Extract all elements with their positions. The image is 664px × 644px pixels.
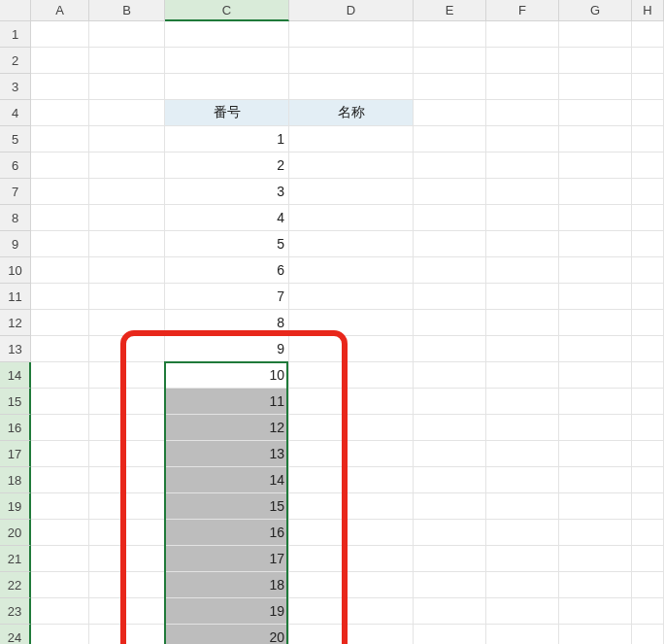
cell-E16[interactable] [414, 415, 486, 441]
cell-D19[interactable] [289, 493, 414, 520]
cell-H19[interactable] [632, 493, 664, 520]
cell-H23[interactable] [632, 598, 664, 625]
cell-H6[interactable] [632, 153, 664, 179]
cell-G21[interactable] [559, 546, 632, 572]
column-header-A[interactable]: A [31, 0, 89, 21]
cell-D8[interactable] [289, 205, 414, 231]
cell-F24[interactable] [486, 625, 559, 644]
cell-G22[interactable] [559, 572, 632, 598]
cell-F3[interactable] [486, 74, 559, 100]
row-header-17[interactable]: 17 [0, 441, 31, 467]
cell-H4[interactable] [632, 100, 664, 126]
cell-C9[interactable]: 5 [165, 231, 289, 257]
cell-D5[interactable] [289, 126, 414, 153]
cell-A1[interactable] [31, 21, 89, 48]
cell-E13[interactable] [414, 336, 486, 362]
row-header-4[interactable]: 4 [0, 100, 31, 126]
row-header-6[interactable]: 6 [0, 153, 31, 179]
cell-D13[interactable] [289, 336, 414, 362]
cell-H16[interactable] [632, 415, 664, 441]
cell-E5[interactable] [414, 126, 486, 153]
cell-F4[interactable] [486, 100, 559, 126]
cell-G18[interactable] [559, 467, 632, 493]
cell-A20[interactable] [31, 520, 89, 546]
cell-E10[interactable] [414, 257, 486, 284]
cell-A2[interactable] [31, 48, 89, 74]
cell-C1[interactable] [165, 21, 289, 48]
cell-C23[interactable]: 19 [165, 598, 289, 625]
cell-A13[interactable] [31, 336, 89, 362]
cell-G8[interactable] [559, 205, 632, 231]
cell-E22[interactable] [414, 572, 486, 598]
cell-A24[interactable] [31, 625, 89, 644]
cell-B11[interactable] [89, 284, 165, 310]
row-header-7[interactable]: 7 [0, 179, 31, 205]
row-header-22[interactable]: 22 [0, 572, 31, 598]
cell-A6[interactable] [31, 153, 89, 179]
cell-B7[interactable] [89, 179, 165, 205]
cell-D24[interactable] [289, 625, 414, 644]
cell-D6[interactable] [289, 153, 414, 179]
cell-H18[interactable] [632, 467, 664, 493]
row-header-10[interactable]: 10 [0, 257, 31, 284]
cell-F6[interactable] [486, 153, 559, 179]
cell-A16[interactable] [31, 415, 89, 441]
cell-D18[interactable] [289, 467, 414, 493]
cell-E15[interactable] [414, 389, 486, 415]
cell-B21[interactable] [89, 546, 165, 572]
cell-F22[interactable] [486, 572, 559, 598]
cell-B12[interactable] [89, 310, 165, 336]
cell-H7[interactable] [632, 179, 664, 205]
cell-E4[interactable] [414, 100, 486, 126]
cell-G19[interactable] [559, 493, 632, 520]
cell-D17[interactable] [289, 441, 414, 467]
cell-A21[interactable] [31, 546, 89, 572]
cell-F2[interactable] [486, 48, 559, 74]
cell-H17[interactable] [632, 441, 664, 467]
cell-H21[interactable] [632, 546, 664, 572]
cell-H5[interactable] [632, 126, 664, 153]
cell-C11[interactable]: 7 [165, 284, 289, 310]
cell-C10[interactable]: 6 [165, 257, 289, 284]
cell-C21[interactable]: 17 [165, 546, 289, 572]
cell-G4[interactable] [559, 100, 632, 126]
cell-F13[interactable] [486, 336, 559, 362]
row-header-3[interactable]: 3 [0, 74, 31, 100]
cell-G12[interactable] [559, 310, 632, 336]
cell-C3[interactable] [165, 74, 289, 100]
cell-A11[interactable] [31, 284, 89, 310]
column-header-C[interactable]: C [165, 0, 289, 21]
row-header-20[interactable]: 20 [0, 520, 31, 546]
cell-F23[interactable] [486, 598, 559, 625]
cell-B15[interactable] [89, 389, 165, 415]
cell-B1[interactable] [89, 21, 165, 48]
cell-F5[interactable] [486, 126, 559, 153]
cell-H20[interactable] [632, 520, 664, 546]
cell-F7[interactable] [486, 179, 559, 205]
cell-F21[interactable] [486, 546, 559, 572]
cell-G3[interactable] [559, 74, 632, 100]
cell-H11[interactable] [632, 284, 664, 310]
column-header-H[interactable]: H [632, 0, 664, 21]
row-header-2[interactable]: 2 [0, 48, 31, 74]
cell-B19[interactable] [89, 493, 165, 520]
cell-B6[interactable] [89, 153, 165, 179]
cell-F18[interactable] [486, 467, 559, 493]
cell-C8[interactable]: 4 [165, 205, 289, 231]
cell-E2[interactable] [414, 48, 486, 74]
row-header-1[interactable]: 1 [0, 21, 31, 48]
cell-E7[interactable] [414, 179, 486, 205]
cell-F12[interactable] [486, 310, 559, 336]
cell-C22[interactable]: 18 [165, 572, 289, 598]
cell-H15[interactable] [632, 389, 664, 415]
cell-E9[interactable] [414, 231, 486, 257]
select-all-corner[interactable] [0, 0, 31, 21]
cell-H3[interactable] [632, 74, 664, 100]
cell-E20[interactable] [414, 520, 486, 546]
cell-A23[interactable] [31, 598, 89, 625]
cell-A7[interactable] [31, 179, 89, 205]
cell-H12[interactable] [632, 310, 664, 336]
cell-A3[interactable] [31, 74, 89, 100]
cell-A17[interactable] [31, 441, 89, 467]
row-header-5[interactable]: 5 [0, 126, 31, 153]
